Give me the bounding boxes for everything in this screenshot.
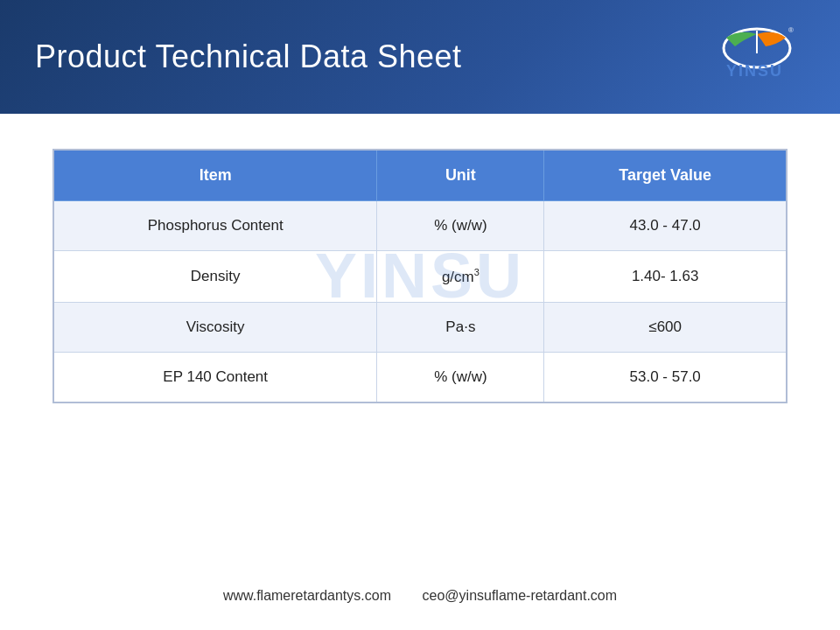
svg-text:YINSU: YINSU xyxy=(726,62,783,80)
table-row: Densityg/cm31.40- 1.63 xyxy=(53,251,787,303)
page-title: Product Technical Data Sheet xyxy=(35,38,462,75)
table-row: ViscosityPa·s≤600 xyxy=(53,302,787,352)
table-header-row: Item Unit Target Value xyxy=(53,150,787,201)
page-footer: www.flameretardantys.com ceo@yinsuflame-… xyxy=(0,588,840,604)
cell-value: 53.0 - 57.0 xyxy=(544,352,787,402)
cell-unit: % (w/w) xyxy=(377,352,544,402)
footer-email: ceo@yinsuflame-retardant.com xyxy=(423,588,618,603)
logo-area: ® YINSU xyxy=(709,22,805,92)
cell-unit: % (w/w) xyxy=(377,201,544,251)
data-table: Item Unit Target Value Phosphorus Conten… xyxy=(52,149,788,403)
footer-website: www.flameretardantys.com xyxy=(223,588,391,603)
page-header: Product Technical Data Sheet ® YINSU xyxy=(0,0,840,114)
cell-item: EP 140 Content xyxy=(53,352,377,402)
cell-item: Density xyxy=(53,251,377,303)
cell-unit: g/cm3 xyxy=(377,251,544,303)
table-row: EP 140 Content% (w/w)53.0 - 57.0 xyxy=(53,352,787,402)
svg-text:®: ® xyxy=(788,26,794,34)
col-header-item: Item xyxy=(53,150,377,201)
col-header-unit: Unit xyxy=(377,150,544,201)
main-content: YINSU Item Unit Target Value Phosphorus … xyxy=(0,114,840,421)
yinsu-logo: ® YINSU xyxy=(709,22,805,92)
cell-item: Viscosity xyxy=(53,302,377,352)
cell-value: ≤600 xyxy=(544,302,787,352)
table-row: Phosphorus Content% (w/w)43.0 - 47.0 xyxy=(53,201,787,251)
cell-value: 43.0 - 47.0 xyxy=(544,201,787,251)
col-header-value: Target Value xyxy=(544,150,787,201)
cell-unit: Pa·s xyxy=(377,302,544,352)
cell-value: 1.40- 1.63 xyxy=(544,251,787,303)
cell-item: Phosphorus Content xyxy=(53,201,377,251)
